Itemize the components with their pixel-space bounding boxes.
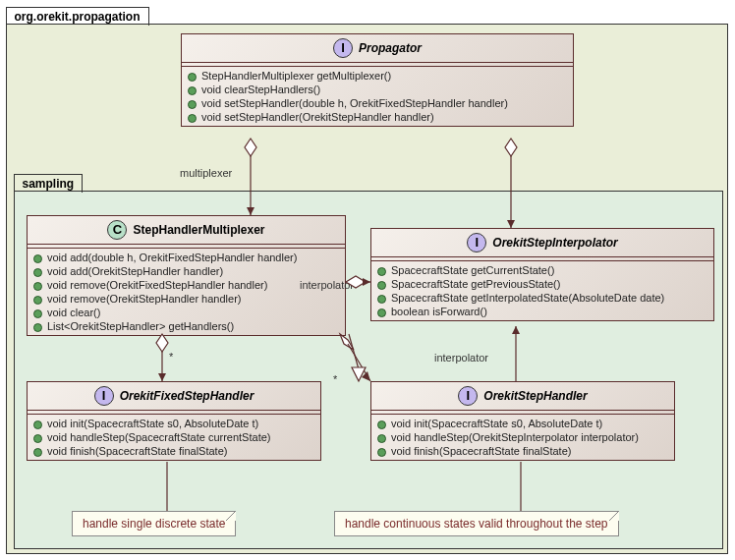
interface-icon: I (94, 386, 114, 406)
class-fixed-handler: IOrekitFixedStepHandler void init(Spacec… (27, 381, 321, 461)
interface-icon: I (458, 386, 478, 406)
class-name: OrekitStepInterpolator (492, 236, 617, 250)
class-interpolator: IOrekitStepInterpolator SpacecraftState … (370, 228, 714, 321)
method-list: void init(SpacecraftState s0, AbsoluteDa… (371, 415, 674, 460)
method-list: SpacecraftState getCurrentState() Spacec… (371, 261, 713, 320)
package-sampling-label: sampling (14, 174, 84, 193)
class-propagator: IPropagator StepHandlerMultiplexer getMu… (181, 33, 574, 127)
method-list: StepHandlerMultiplexer getMultiplexer() … (182, 67, 573, 126)
class-icon: C (107, 220, 127, 240)
note-step: handle continuous states valid throughou… (334, 511, 619, 536)
label-star2: * (333, 373, 337, 385)
class-multiplexer: CStepHandlerMultiplexer void add(double … (27, 215, 346, 336)
interface-icon: I (467, 233, 486, 252)
class-name: StepHandlerMultiplexer (133, 223, 264, 237)
label-interpolator2: interpolator (434, 352, 488, 364)
method-list: void init(SpacecraftState s0, AbsoluteDa… (28, 415, 320, 460)
class-name: OrekitStepHandler (483, 389, 587, 403)
label-multiplexer: multiplexer (180, 167, 232, 179)
class-step-handler: IOrekitStepHandler void init(SpacecraftS… (370, 381, 675, 461)
label-interpolator: interpolator (300, 279, 354, 291)
method-list: void add(double h, OrekitFixedStepHandle… (28, 249, 345, 335)
package-propagation-label: org.orekit.propagation (6, 7, 149, 26)
interface-icon: I (333, 38, 353, 58)
note-fixed: handle single discrete state (72, 511, 236, 536)
class-name: Propagator (359, 41, 422, 55)
class-name: OrekitFixedStepHandler (120, 389, 254, 403)
label-star: * (169, 351, 173, 363)
